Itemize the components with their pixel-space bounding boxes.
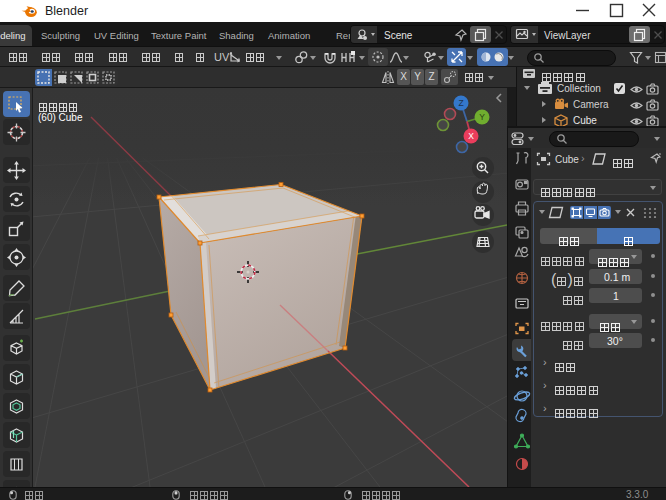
svg-text:Z: Z: [458, 98, 463, 108]
svg-text:Y: Y: [479, 112, 485, 122]
svg-text:X: X: [468, 131, 474, 141]
